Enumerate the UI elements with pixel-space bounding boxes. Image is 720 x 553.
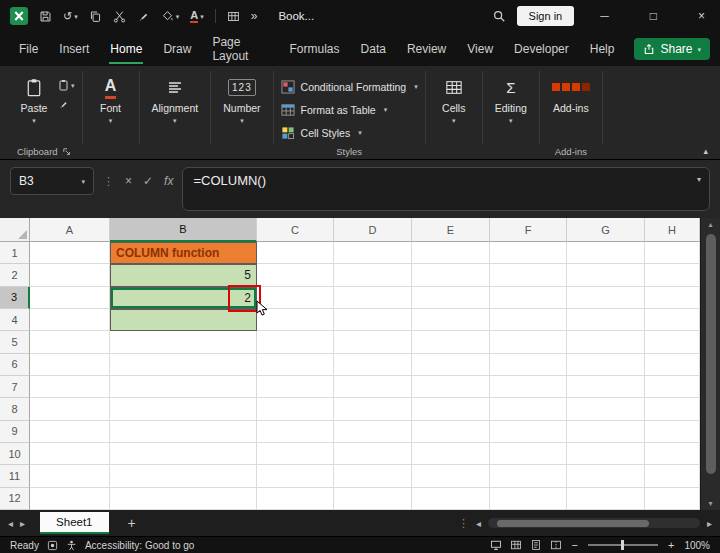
cell-F9[interactable] — [490, 421, 567, 443]
cell-H6[interactable] — [645, 354, 700, 376]
menu-tab-page-layout[interactable]: Page Layout — [211, 27, 269, 71]
sign-in-button[interactable]: Sign in — [517, 6, 575, 26]
cell-F5[interactable] — [490, 331, 567, 353]
cell-A2[interactable] — [30, 264, 110, 286]
editing-button[interactable]: Σ Editing ▾ — [490, 73, 532, 126]
cell-H11[interactable] — [645, 465, 700, 487]
cell-C8[interactable] — [257, 398, 334, 420]
row-header-10[interactable]: 10 — [0, 443, 30, 465]
cell-D11[interactable] — [334, 465, 412, 487]
scroll-down-icon[interactable]: ▾ — [708, 499, 712, 508]
cell-D3[interactable] — [334, 287, 412, 309]
formula-input[interactable]: =COLUMN() ▾ — [182, 167, 710, 211]
cell-C12[interactable] — [257, 488, 334, 510]
cell-G2[interactable] — [567, 264, 645, 286]
cell-E4[interactable] — [412, 309, 490, 331]
formula-bar-handle-icon[interactable]: ⋮ — [103, 175, 114, 188]
row-header-11[interactable]: 11 — [0, 465, 30, 487]
column-header-E[interactable]: E — [412, 218, 490, 242]
paste-special-dropdown-icon[interactable]: ▾ — [71, 82, 75, 89]
column-header-F[interactable]: F — [490, 218, 567, 242]
number-button[interactable]: 123 Number ▾ — [218, 73, 265, 126]
menu-tab-review[interactable]: Review — [406, 34, 447, 64]
row-header-1[interactable]: 1 — [0, 242, 30, 264]
display-settings-icon[interactable] — [490, 539, 502, 551]
column-header-A[interactable]: A — [30, 218, 110, 242]
hscroll-right-icon[interactable]: ▸ — [707, 518, 712, 529]
number-dropdown-icon[interactable]: ▾ — [240, 117, 244, 124]
format-painter-icon[interactable] — [137, 10, 150, 23]
cell-E5[interactable] — [412, 331, 490, 353]
select-all-button[interactable] — [0, 218, 30, 242]
cell-styles-button[interactable]: Cell Styles ▾ — [281, 122, 418, 143]
vertical-scroll-thumb[interactable] — [706, 234, 716, 474]
cell-C7[interactable] — [257, 376, 334, 398]
new-sheet-button[interactable]: + — [128, 515, 136, 531]
column-header-D[interactable]: D — [334, 218, 412, 242]
cancel-icon[interactable]: × — [125, 174, 132, 188]
cell-E1[interactable] — [412, 242, 490, 264]
editing-dropdown-icon[interactable]: ▾ — [509, 117, 513, 124]
cell-A6[interactable] — [30, 354, 110, 376]
format-as-table-button[interactable]: Format as Table ▾ — [281, 99, 418, 120]
clipboard-dialog-launcher-icon[interactable] — [63, 148, 71, 156]
zoom-slider-thumb[interactable] — [621, 540, 624, 550]
cell-H1[interactable] — [645, 242, 700, 264]
cell-G4[interactable] — [567, 309, 645, 331]
cell-G3[interactable] — [567, 287, 645, 309]
cell-E11[interactable] — [412, 465, 490, 487]
cell-H7[interactable] — [645, 376, 700, 398]
name-box-dropdown-icon[interactable]: ▾ — [81, 178, 85, 185]
cell-E7[interactable] — [412, 376, 490, 398]
cell-G5[interactable] — [567, 331, 645, 353]
hscroll-left-icon[interactable]: ◂ — [476, 518, 481, 529]
search-icon[interactable] — [492, 9, 506, 23]
cell-F1[interactable] — [490, 242, 567, 264]
table-icon[interactable] — [227, 10, 240, 23]
menu-tab-formulas[interactable]: Formulas — [289, 34, 341, 64]
cell-B4[interactable] — [110, 309, 257, 331]
column-header-H[interactable]: H — [645, 218, 700, 242]
zoom-in-button[interactable]: + — [666, 539, 676, 551]
menu-tab-home[interactable]: Home — [109, 34, 143, 64]
menu-tab-insert[interactable]: Insert — [58, 34, 90, 64]
cell-C3[interactable] — [257, 287, 334, 309]
format-as-table-dropdown-icon[interactable]: ▾ — [384, 106, 388, 113]
cell-B7[interactable] — [110, 376, 257, 398]
cell-A9[interactable] — [30, 421, 110, 443]
cell-D6[interactable] — [334, 354, 412, 376]
workbook-name[interactable]: Book... — [278, 10, 314, 22]
alignment-button[interactable]: Alignment ▾ — [147, 73, 204, 126]
cell-styles-dropdown-icon[interactable]: ▾ — [358, 129, 362, 136]
addins-button[interactable]: Add-ins — [547, 73, 595, 116]
cell-A4[interactable] — [30, 309, 110, 331]
close-button[interactable]: × — [683, 0, 720, 32]
cell-C1[interactable] — [257, 242, 334, 264]
cell-A3[interactable] — [30, 287, 110, 309]
sheet-tab-sheet1[interactable]: Sheet1 — [40, 512, 108, 534]
sheet-nav-right-icon[interactable]: ▸ — [20, 518, 25, 529]
column-header-G[interactable]: G — [567, 218, 645, 242]
cell-D10[interactable] — [334, 443, 412, 465]
cell-B9[interactable] — [110, 421, 257, 443]
minimize-button[interactable]: ─ — [585, 0, 624, 32]
cells-button[interactable]: Cells ▾ — [433, 73, 475, 126]
collapse-ribbon-icon[interactable]: ▴ — [703, 146, 708, 156]
cell-G8[interactable] — [567, 398, 645, 420]
cell-G11[interactable] — [567, 465, 645, 487]
cell-H5[interactable] — [645, 331, 700, 353]
menu-tab-help[interactable]: Help — [589, 34, 616, 64]
row-header-2[interactable]: 2 — [0, 264, 30, 286]
fill-color-icon[interactable]: ▾ — [161, 10, 180, 23]
cell-B2[interactable]: 5 — [110, 264, 257, 286]
enter-icon[interactable]: ✓ — [143, 174, 153, 188]
cell-B6[interactable] — [110, 354, 257, 376]
cell-A11[interactable] — [30, 465, 110, 487]
more-commands-icon[interactable]: » — [251, 9, 258, 23]
menu-tab-view[interactable]: View — [466, 34, 494, 64]
maximize-button[interactable]: □ — [635, 0, 672, 32]
share-button[interactable]: Share ▾ — [634, 38, 710, 60]
row-header-8[interactable]: 8 — [0, 398, 30, 420]
alignment-dropdown-icon[interactable]: ▾ — [173, 117, 177, 124]
cell-G1[interactable] — [567, 242, 645, 264]
